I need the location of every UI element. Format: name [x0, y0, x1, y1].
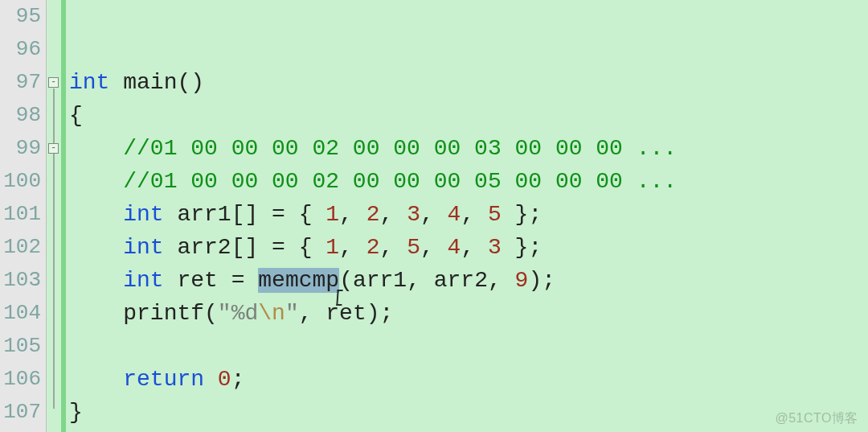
code-area[interactable]: int main() { //01 00 00 00 02 00 00 00 0… [66, 0, 868, 432]
code-line[interactable]: int ret = memcmp(arr1, arr2, 9); [69, 264, 868, 297]
line-number: 101 [0, 198, 41, 231]
code-line[interactable]: int main() [69, 66, 868, 99]
fold-column[interactable]: - - [47, 0, 61, 432]
code-line[interactable]: int arr1[] = { 1, 2, 3, 4, 5 }; [69, 198, 868, 231]
line-number: 104 [0, 297, 41, 330]
line-number: 106 [0, 363, 41, 396]
line-number: 102 [0, 231, 41, 264]
code-editor[interactable]: 95 96 97 98 99 100 101 102 103 104 105 1… [0, 0, 868, 432]
line-number: 103 [0, 264, 41, 297]
code-line[interactable] [69, 330, 868, 363]
code-line[interactable]: { [69, 99, 868, 132]
watermark-text: @51CTO博客 [775, 410, 858, 427]
code-line[interactable]: } [69, 396, 868, 429]
line-number: 95 [0, 0, 41, 33]
code-line[interactable]: printf("%d\n", ret); [69, 297, 868, 330]
code-line[interactable]: //01 00 00 00 02 00 00 00 03 00 00 00 ..… [69, 132, 868, 165]
line-number-gutter: 95 96 97 98 99 100 101 102 103 104 105 1… [0, 0, 47, 432]
selection-highlight: memcmp [258, 268, 339, 293]
line-number: 98 [0, 99, 41, 132]
fold-guide-line [53, 88, 55, 409]
code-line[interactable] [69, 0, 868, 33]
line-number: 100 [0, 165, 41, 198]
fold-toggle-icon[interactable]: - [48, 77, 59, 88]
line-number: 96 [0, 33, 41, 66]
line-number: 97 [0, 66, 41, 99]
code-line[interactable]: int arr2[] = { 1, 2, 5, 4, 3 }; [69, 231, 868, 264]
line-number: 105 [0, 330, 41, 363]
line-number: 99 [0, 132, 41, 165]
code-line[interactable] [69, 33, 868, 66]
fold-toggle-icon[interactable]: - [48, 143, 59, 154]
line-number: 107 [0, 396, 41, 429]
code-line[interactable]: //01 00 00 00 02 00 00 00 05 00 00 00 ..… [69, 165, 868, 198]
code-line[interactable]: return 0; [69, 363, 868, 396]
